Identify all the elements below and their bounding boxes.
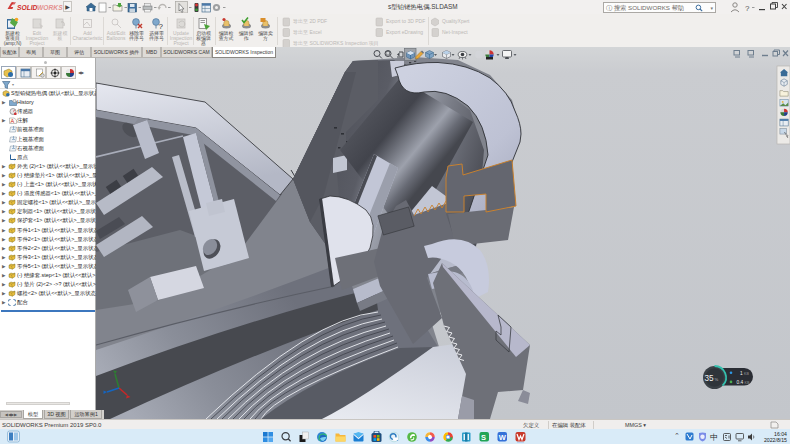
svg-text:35: 35	[705, 374, 715, 383]
svg-text:A: A	[11, 118, 15, 124]
svg-text:%: %	[715, 377, 719, 382]
svg-text:?: ?	[745, 4, 750, 13]
svg-text:SOLID: SOLID	[17, 4, 38, 11]
svg-text:WORKS: WORKS	[37, 4, 63, 11]
svg-text:1 KB: 1 KB	[740, 371, 749, 376]
svg-text:S: S	[481, 432, 486, 441]
svg-text:中: 中	[710, 433, 718, 442]
svg-text:0.4 KB: 0.4 KB	[737, 380, 750, 385]
svg-text:W: W	[499, 432, 507, 441]
svg-text:?: ?	[159, 22, 164, 30]
